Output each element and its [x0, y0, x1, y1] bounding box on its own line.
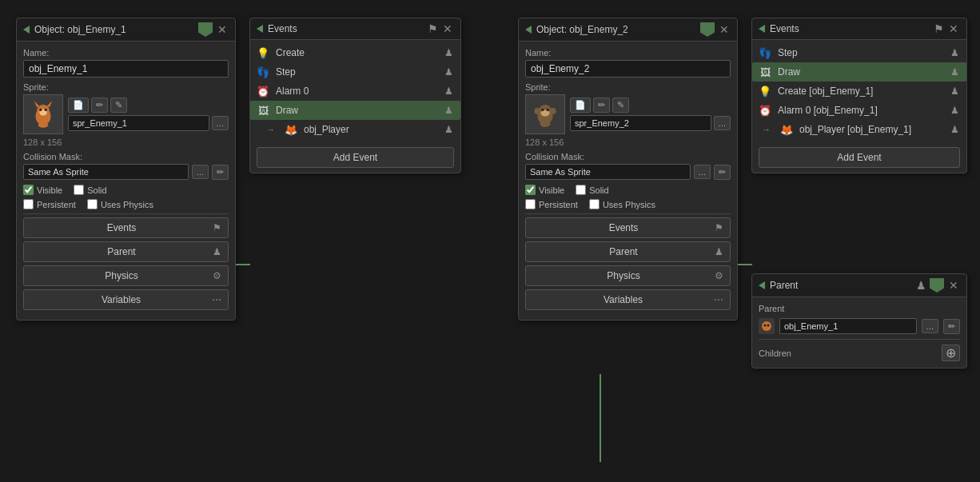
sprite-name-input[interactable] — [68, 115, 209, 131]
collision-dots-btn[interactable]: ... — [192, 165, 209, 179]
events2-flag-icon: ⚑ — [715, 222, 723, 233]
sprite2-pencil-btn[interactable]: ✎ — [612, 98, 629, 113]
collision-edit-btn[interactable]: ✏ — [212, 165, 229, 180]
sprite-new-btn[interactable]: 📄 — [68, 98, 89, 113]
gm-icon — [198, 22, 213, 37]
solid2-checkbox-item[interactable]: Solid — [576, 185, 608, 195]
collision2-label: Collision Mask: — [525, 152, 731, 161]
obj-enemy1-close-btn[interactable]: ✕ — [216, 24, 229, 35]
add-children-btn[interactable]: ⊕ — [942, 345, 960, 361]
parent2-people-icon: ♟ — [715, 246, 723, 257]
obj-enemy2-body: Name: Sprite: 📄 — [519, 42, 737, 320]
events1-close-btn[interactable]: ✕ — [441, 23, 454, 34]
sprite-pencil-btn[interactable]: ✎ — [110, 98, 127, 113]
collision-input[interactable] — [23, 164, 189, 180]
persistent2-checkbox-item[interactable]: Persistent — [525, 199, 578, 209]
parent-dots-btn[interactable]: ... — [922, 319, 938, 333]
visible2-checkbox-item[interactable]: Visible — [525, 185, 564, 195]
solid-checkbox-item[interactable]: Solid — [74, 185, 106, 195]
uses-physics-checkbox-item[interactable]: Uses Physics — [87, 199, 153, 209]
sprite2-new-btn[interactable]: 📄 — [570, 98, 591, 113]
event-alarm[interactable]: ⏰ Alarm 0 ♟ — [250, 82, 460, 101]
visible-checkbox-item[interactable]: Visible — [23, 185, 62, 195]
event2-create-inherited[interactable]: 💡 Create [obj_Enemy_1] ♟ — [752, 82, 966, 101]
event2-alarm-inherited[interactable]: ⏰ Alarm 0 [obj_Enemy_1] ♟ — [752, 101, 966, 120]
parent-obj-icon — [759, 318, 775, 334]
event2-alarm-action[interactable]: ♟ — [950, 104, 960, 117]
event-draw[interactable]: 🖼 Draw ♟ — [250, 101, 460, 120]
sprite-dots-btn[interactable]: ... — [212, 116, 229, 130]
sprite2-name-input[interactable] — [570, 115, 711, 131]
collision2-edit-btn[interactable]: ✏ — [714, 165, 731, 180]
event-create-action[interactable]: ♟ — [444, 46, 454, 59]
event-create[interactable]: 💡 Create ♟ — [250, 43, 460, 62]
parent-btn[interactable]: Parent ♟ — [23, 241, 229, 262]
collision2-dots-btn[interactable]: ... — [694, 165, 711, 179]
sprite2-dots-btn[interactable]: ... — [714, 116, 731, 130]
obj-enemy2-name-input[interactable] — [525, 60, 731, 78]
persistent-checkbox-item[interactable]: Persistent — [23, 199, 76, 209]
sprite2-edit-btn[interactable]: ✏ — [593, 98, 610, 113]
events2-collapse-icon[interactable] — [759, 25, 765, 33]
event2-step-action[interactable]: ♟ — [950, 46, 960, 59]
events-btn[interactable]: Events ⚑ — [23, 217, 229, 238]
physics-btn[interactable]: Physics ⚙ — [23, 265, 229, 286]
event2-objplayer-inherited[interactable]: → 🦊 obj_Player [obj_Enemy_1] ♟ — [752, 120, 966, 139]
event2-create-action[interactable]: ♟ — [950, 85, 960, 98]
physics2-btn[interactable]: Physics ⚙ — [525, 265, 731, 286]
event-step[interactable]: 👣 Step ♟ — [250, 62, 460, 82]
svg-point-13 — [541, 109, 544, 111]
parent-close-btn[interactable]: ✕ — [947, 280, 960, 291]
sprite-edit-btn[interactable]: ✏ — [91, 98, 108, 113]
parent-edit-btn[interactable]: ✏ — [943, 319, 960, 334]
obj-enemy1-name-input[interactable] — [23, 60, 229, 78]
solid-checkbox[interactable] — [74, 185, 84, 195]
add-event1-btn[interactable]: Add Event — [257, 147, 454, 168]
visible-checkbox[interactable] — [23, 185, 34, 195]
collision2-input[interactable] — [525, 164, 691, 180]
create2-icon: 💡 — [759, 85, 771, 98]
event-objplayer[interactable]: → 🦊 obj_Player ♟ — [250, 120, 460, 139]
event-create-label: Create — [276, 47, 437, 58]
obj-enemy2-panel: Object: obj_Enemy_2 ✕ Name: Sprite: — [518, 18, 738, 321]
obj-enemy2-collapse-icon[interactable] — [525, 26, 532, 34]
uses-physics2-checkbox-item[interactable]: Uses Physics — [589, 199, 655, 209]
uses-physics-label: Uses Physics — [101, 200, 153, 209]
persistent-checkbox[interactable] — [23, 199, 34, 209]
event-objplayer-action[interactable]: ♟ — [444, 123, 454, 136]
uses-physics-checkbox[interactable] — [87, 199, 98, 209]
events2-close-btn[interactable]: ✕ — [947, 23, 960, 34]
parent-body: Parent ... ✏ Children ⊕ — [752, 297, 966, 368]
parent-collapse-icon[interactable] — [759, 281, 765, 289]
persistent2-checkbox[interactable] — [525, 199, 536, 209]
conn-line2 — [738, 264, 752, 265]
events1-collapse-icon[interactable] — [257, 25, 263, 33]
collision-row: ... ✏ — [23, 164, 229, 180]
event2-objplayer-action[interactable]: ♟ — [950, 123, 960, 136]
events2-panel: Events ⚑ ✕ 👣 Step ♟ 🖼 Draw ♟ 💡 Create [o… — [751, 18, 967, 173]
parent-input-row: ... ✏ — [759, 318, 960, 334]
parent-value-input[interactable] — [779, 318, 917, 334]
persistent-physics-row: Persistent Uses Physics — [23, 199, 229, 209]
events1-panel: Events ⚑ ✕ 💡 Create ♟ 👣 Step ♟ ⏰ Alarm 0… — [249, 18, 461, 173]
event-draw-action[interactable]: ♟ — [444, 104, 454, 117]
sprite2-row: 📄 ✏ ✎ ... — [525, 94, 731, 134]
event2-draw[interactable]: 🖼 Draw ♟ — [752, 62, 966, 82]
event2-draw-action[interactable]: ♟ — [950, 66, 960, 78]
svg-point-14 — [547, 109, 549, 111]
events2-btn[interactable]: Events ⚑ — [525, 217, 731, 238]
solid2-checkbox[interactable] — [576, 185, 586, 195]
variables2-btn[interactable]: Variables ⋯ — [525, 289, 731, 310]
add-event2-btn[interactable]: Add Event — [759, 147, 960, 168]
draw2-icon: 🖼 — [759, 66, 771, 78]
visible2-checkbox[interactable] — [525, 185, 536, 195]
collapse-icon[interactable] — [23, 26, 30, 34]
event-step-action[interactable]: ♟ — [444, 66, 454, 78]
uses-physics2-checkbox[interactable] — [589, 199, 600, 209]
parent2-btn[interactable]: Parent ♟ — [525, 241, 731, 262]
event-alarm-action[interactable]: ♟ — [444, 85, 454, 98]
event-step-label: Step — [276, 66, 437, 78]
event2-step[interactable]: 👣 Step ♟ — [752, 43, 966, 62]
obj-enemy2-close-btn[interactable]: ✕ — [718, 24, 731, 35]
variables-btn[interactable]: Variables ⋯ — [23, 289, 229, 310]
